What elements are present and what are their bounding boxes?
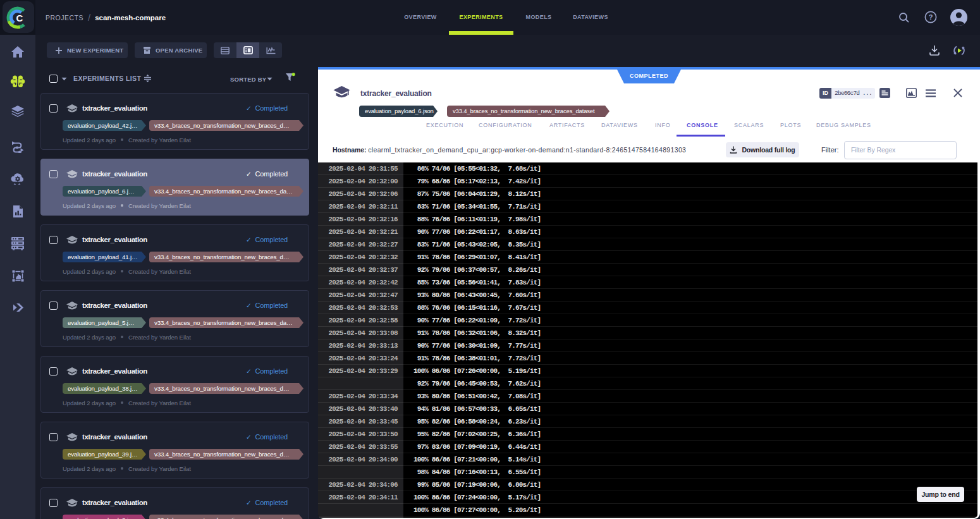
svg-text:C: C [16, 13, 23, 23]
svg-text:?: ? [929, 13, 933, 21]
